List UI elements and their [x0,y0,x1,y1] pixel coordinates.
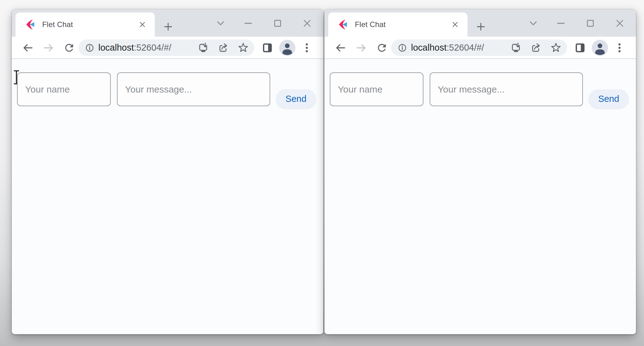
new-tab-button[interactable] [163,22,173,32]
back-button[interactable] [335,42,347,54]
maximize-button[interactable] [272,18,283,29]
side-panel-icon[interactable] [574,42,586,54]
new-tab-button[interactable] [476,22,486,32]
chevron-down-icon[interactable] [215,18,226,29]
profile-avatar[interactable] [592,40,608,56]
address-bar[interactable]: localhost:52604/#/ [391,39,567,56]
share-icon[interactable] [217,42,229,53]
name-input[interactable] [330,72,423,106]
url-host: localhost [98,43,134,52]
kebab-menu-icon[interactable] [304,42,309,54]
flet-logo-icon [338,19,349,30]
reload-button[interactable] [63,42,75,54]
forward-button[interactable] [355,42,367,54]
close-button[interactable] [615,18,625,29]
tab-strip: Flet Chat [324,9,636,37]
tab-title: Flet Chat [355,20,451,29]
page-content: Send [324,59,636,334]
tab-title: Flet Chat [42,20,138,29]
browser-window-right: Flet Chat localhost:52604/#/ Send [324,9,636,334]
maximize-button[interactable] [585,18,596,29]
install-app-icon[interactable] [198,42,209,53]
url-text: localhost:52604/#/ [411,39,484,56]
url-path: :52604/#/ [134,43,171,52]
minimize-button[interactable] [556,18,566,29]
flet-logo-icon [25,19,37,30]
page-content: Send [12,59,323,334]
back-button[interactable] [22,42,34,54]
install-app-icon[interactable] [510,42,521,53]
tab-close-icon[interactable] [451,20,459,29]
chevron-down-icon[interactable] [528,18,539,29]
browser-tab[interactable]: Flet Chat [16,12,155,37]
url-path: :52604/#/ [446,43,484,52]
close-button[interactable] [302,18,312,29]
site-info-icon[interactable] [85,43,95,53]
kebab-menu-icon[interactable] [617,42,622,54]
browser-window-left: Flet Chat localhost:52604/#/ Send [12,9,323,334]
browser-toolbar: localhost:52604/#/ [324,37,636,59]
minimize-button[interactable] [243,18,253,29]
profile-avatar[interactable] [279,40,295,56]
send-button[interactable]: Send [276,89,316,108]
message-input[interactable] [430,72,583,106]
share-icon[interactable] [530,42,541,53]
url-host: localhost [411,43,446,52]
name-input[interactable] [17,72,111,106]
bookmark-star-icon[interactable] [550,42,561,53]
reload-button[interactable] [376,42,388,54]
site-info-icon[interactable] [397,43,407,53]
tab-strip: Flet Chat [12,9,323,37]
forward-button[interactable] [42,42,54,54]
bookmark-star-icon[interactable] [238,42,249,53]
browser-tab[interactable]: Flet Chat [328,12,467,37]
address-bar[interactable]: localhost:52604/#/ [78,39,254,56]
tab-close-icon[interactable] [138,20,147,29]
browser-toolbar: localhost:52604/#/ [12,37,323,59]
message-input[interactable] [117,72,270,106]
send-button[interactable]: Send [589,89,628,108]
url-text: localhost:52604/#/ [98,39,171,56]
side-panel-icon[interactable] [262,42,273,54]
